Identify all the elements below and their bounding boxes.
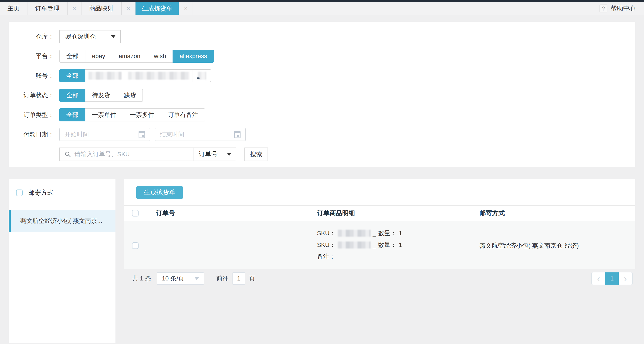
- start-date-input[interactable]: 开始时间: [59, 128, 150, 141]
- sidebar-title: 邮寄方式: [28, 188, 54, 197]
- redacted-sku: [338, 230, 370, 237]
- sku-line: SKU： _ 数量： 1: [317, 228, 480, 238]
- qty-label: 数量：: [378, 241, 396, 249]
- sku-line: SKU： _ 数量： 1: [317, 240, 480, 250]
- chevron-down-icon: [111, 35, 116, 38]
- help-center-label: 帮助中心: [610, 4, 636, 13]
- redacted-mark: [197, 77, 200, 79]
- sidebar-item-shipping-method[interactable]: 燕文航空经济小包( 燕文南京...: [9, 210, 116, 232]
- order-status-row: 订单状态： 全部 待发货 缺货: [18, 89, 626, 102]
- pagination-bar: 共 1 条 10 条/页 前往 1 页 ‹ 1 ›: [124, 272, 635, 285]
- qty-value: 1: [399, 230, 402, 237]
- warehouse-row: 仓库： 易仓深圳仓: [18, 30, 626, 43]
- account-label: 账号：: [18, 72, 54, 80]
- question-mark-icon: ?: [600, 4, 608, 12]
- platform-button-group: 全部 ebay amazon wish aliexpress: [59, 50, 214, 63]
- order-type-label: 订单类型：: [18, 111, 54, 119]
- warehouse-select[interactable]: 易仓深圳仓: [59, 30, 121, 43]
- chevron-down-icon: [227, 153, 231, 156]
- order-table-row: SKU： _ 数量： 1 SKU： _ 数量： 1: [124, 221, 635, 269]
- qty-label: 数量：: [378, 229, 396, 237]
- page-size-value: 10 条/页: [162, 274, 184, 283]
- shipping-method-sidebar: 邮寄方式 燕文航空经济小包( 燕文南京...: [9, 179, 116, 343]
- status-all-button[interactable]: 全部: [59, 89, 86, 102]
- end-date-input[interactable]: 结束时间: [155, 128, 246, 141]
- shipping-method-checkbox[interactable]: [16, 189, 23, 196]
- select-all-checkbox[interactable]: [132, 210, 138, 216]
- order-status-label: 订单状态：: [18, 91, 54, 99]
- pay-date-label: 付款日期：: [18, 130, 54, 139]
- close-icon[interactable]: ×: [68, 2, 82, 15]
- search-type-value: 订单号: [199, 150, 218, 159]
- column-order-no: 订单号: [156, 209, 317, 218]
- order-type-row: 订单类型： 全部 一票单件 一票多件 订单有备注: [18, 108, 626, 121]
- account-row: 账号： 全部: [18, 69, 626, 82]
- column-shipping-method: 邮寄方式: [480, 209, 635, 218]
- account-masked-2[interactable]: [125, 70, 193, 82]
- search-type-select[interactable]: 订单号: [193, 148, 236, 161]
- next-page-icon[interactable]: ›: [619, 272, 632, 285]
- tab-product-mapping[interactable]: 商品映射: [82, 2, 122, 15]
- close-icon[interactable]: ×: [122, 2, 136, 15]
- order-details-cell: SKU： _ 数量： 1 SKU： _ 数量： 1: [317, 228, 480, 263]
- status-pending-ship-button[interactable]: 待发货: [85, 89, 117, 102]
- order-type-button-group: 全部 一票单件 一票多件 订单有备注: [59, 108, 205, 121]
- platform-amazon-button[interactable]: amazon: [112, 50, 148, 63]
- platform-ebay-button[interactable]: ebay: [85, 50, 112, 63]
- filter-panel: 仓库： 易仓深圳仓 平台： 全部 ebay amazon wish aliexp…: [9, 22, 635, 167]
- remark-line: 备注：: [317, 252, 480, 262]
- end-date-placeholder: 结束时间: [160, 130, 184, 139]
- tab-generate-picking-list[interactable]: 生成拣货单: [136, 2, 179, 15]
- redacted-sku: [338, 241, 370, 248]
- type-multi-item-button[interactable]: 一票多件: [123, 108, 161, 121]
- sku-label: SKU：: [317, 241, 336, 249]
- start-date-placeholder: 开始时间: [64, 130, 89, 139]
- tab-bar: 主页 订单管理 × 商品映射 × 生成拣货单 × ? 帮助中心: [0, 2, 644, 15]
- account-masked-3[interactable]: [193, 70, 211, 82]
- type-has-remark-button[interactable]: 订单有备注: [161, 108, 205, 121]
- pay-date-row: 付款日期： 开始时间 结束时间: [18, 128, 626, 141]
- content-area: 邮寄方式 燕文航空经济小包( 燕文南京... 生成拣货单 订单号 订单商品明细 …: [9, 179, 635, 343]
- warehouse-value: 易仓深圳仓: [65, 32, 96, 41]
- page-size-select[interactable]: 10 条/页: [157, 272, 204, 285]
- chevron-down-icon: [194, 277, 199, 280]
- tab-home[interactable]: 主页: [0, 2, 28, 15]
- search-combo: 请输入订单号、SKU 订单号: [59, 148, 236, 161]
- sidebar-header: 邮寄方式: [9, 179, 116, 205]
- account-masked-1[interactable]: [86, 70, 125, 82]
- account-all-button[interactable]: 全部: [59, 69, 86, 82]
- platform-wish-button[interactable]: wish: [147, 50, 173, 63]
- platform-label: 平台：: [18, 52, 54, 60]
- help-center-link[interactable]: ? 帮助中心: [600, 2, 644, 15]
- type-single-item-button[interactable]: 一票单件: [85, 108, 123, 121]
- top-accent-bar: [0, 0, 644, 2]
- orders-table-header: 订单号 订单商品明细 邮寄方式: [124, 205, 635, 221]
- search-input[interactable]: 请输入订单号、SKU: [60, 148, 193, 161]
- page-body: 仓库： 易仓深圳仓 平台： 全部 ebay amazon wish aliexp…: [0, 15, 644, 343]
- calendar-icon: [234, 131, 240, 138]
- close-icon[interactable]: ×: [179, 2, 193, 15]
- sku-suffix: _: [373, 241, 376, 248]
- platform-aliexpress-button[interactable]: aliexpress: [172, 50, 214, 63]
- shipping-method-cell: 燕文航空经济小包( 燕文南京仓-经济): [480, 241, 635, 250]
- goto-page-input[interactable]: 1: [232, 272, 245, 285]
- search-row: 请输入订单号、SKU 订单号 搜索: [59, 148, 626, 161]
- orders-toolbar: 生成拣货单: [124, 179, 635, 205]
- page-1-button[interactable]: 1: [605, 272, 619, 285]
- status-out-of-stock-button[interactable]: 缺货: [117, 89, 143, 102]
- sku-label: SKU：: [317, 229, 336, 237]
- platform-all-button[interactable]: 全部: [59, 50, 86, 63]
- sku-suffix: _: [373, 230, 376, 237]
- search-icon: [64, 151, 71, 158]
- total-count-label: 共 1 条: [132, 274, 151, 283]
- row-checkbox[interactable]: [132, 242, 138, 249]
- redacted-account: [128, 72, 190, 80]
- search-placeholder: 请输入订单号、SKU: [74, 150, 130, 159]
- account-masked-group: [85, 69, 211, 82]
- search-button[interactable]: 搜索: [244, 148, 268, 161]
- prev-page-icon[interactable]: ‹: [592, 272, 605, 285]
- redacted-account: [88, 72, 122, 80]
- type-all-button[interactable]: 全部: [59, 108, 86, 121]
- tab-order-management[interactable]: 订单管理: [28, 2, 68, 15]
- generate-picking-list-button[interactable]: 生成拣货单: [136, 186, 183, 199]
